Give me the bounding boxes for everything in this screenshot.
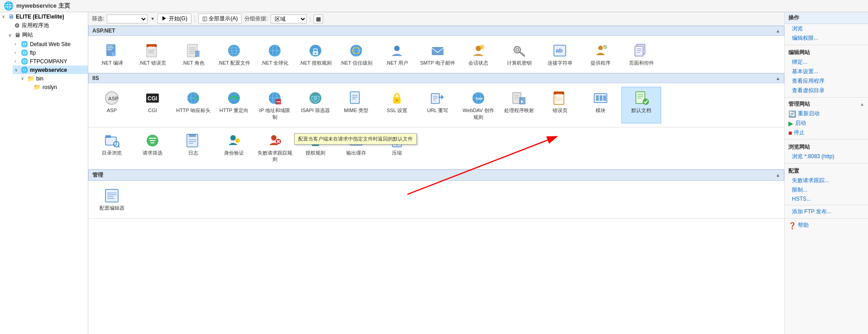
icon-config-editor[interactable]: 配置编辑器 [92,184,132,214]
icon-error-page[interactable]: 404! 错误页 [540,87,580,123]
svg-rect-98 [603,95,606,101]
aspnet-section: ASP.NET ▲ .NET 编译 404 [88,26,784,73]
aspnet-collapse-icon: ▲ [776,28,780,33]
browse-link[interactable]: 浏览 [785,24,868,33]
show-all-button[interactable]: ◫ 全部显示(A) [198,14,242,24]
icon-smtp[interactable]: SMTP 电子邮件 [418,39,458,69]
icon-net-auth[interactable]: .NET 授权规则 [296,39,335,69]
sidebar-apppool-label: 应用程序池 [22,22,49,29]
aspnet-section-label: ASP.NET [92,28,115,34]
svg-line-42 [523,54,524,55]
webdav-label: WebDAV 创作规则 [461,107,496,120]
view-apps-link[interactable]: 查看应用程序 [785,76,868,86]
icon-handler[interactable]: 处理程序映射 [499,87,539,123]
icon-net-role[interactable]: .NET 角色 [173,39,213,69]
compress-label: 压缩 [392,150,402,156]
icon-failed-request[interactable]: 失败请求跟踪规则 [255,129,295,166]
restart-action[interactable]: 🔄 重新启动 [785,109,868,118]
expand-icon: ∨ [2,14,6,19]
svg-text:404: 404 [556,93,562,97]
right-panel-title: 操作 [785,12,868,24]
machinekey-label: 计算机密钥 [507,60,532,66]
browse-8083-link[interactable]: 浏览 *:8083 (http) [785,152,868,161]
icon-machinekey[interactable]: 计算机密钥 [499,39,539,69]
icon-provider[interactable]: 提供程序 [581,39,620,69]
http-response-label: HTTP 响应标头 [176,107,210,113]
icon-cgi[interactable]: CGI CGI [133,87,172,123]
sidebar-item-ftp[interactable]: › 🌐 ftp [13,48,88,57]
svg-line-107 [118,146,119,147]
divider-1 [785,45,868,45]
icon-default-doc[interactable]: 默认文档 [621,87,661,123]
hsts-link[interactable]: HSTS... [785,195,868,203]
start-button[interactable]: ▶ 开始(G) [157,14,191,24]
group-select[interactable]: 区域 [271,14,307,24]
manage-section-header[interactable]: 管理 ▲ [88,169,784,181]
sidebar-item-roslyn[interactable]: 📁 roslyn [25,83,88,91]
sidebar-root[interactable]: ∨ 🖥 ELITE (ELITE\elite) [0,12,88,21]
iis-icon-grid-2: 目录浏览 请求筛选 日志 [88,127,784,170]
stop-action[interactable]: ■ 停止 [785,128,868,137]
icon-log[interactable]: 日志 [173,129,213,166]
sidebar-item-bin[interactable]: ∨ 📁 bin [19,74,88,83]
icon-webdav[interactable]: DAV WebDAV 创作规则 [458,87,498,123]
sidebar-item-defaultwebsite[interactable]: › 🌐 Default Web Site [13,40,88,48]
sidebar-item-ftpcompany[interactable]: › 🌐 FTPCOMPANY [13,57,88,66]
error-page-label: 错误页 [553,107,568,113]
icon-auth2[interactable]: ! 身份验证 [214,129,254,166]
icon-net-config[interactable]: .NET 配置文件 [214,39,254,69]
svg-point-39 [516,48,519,51]
icon-asp[interactable]: ASP ASP [92,87,132,123]
ssl-label: SSL 设置 [386,107,407,113]
icon-url-rewrite[interactable]: URL 重写 [418,87,458,123]
net-config-label: .NET 配置文件 [218,60,250,66]
icon-request-filter[interactable]: 请求筛选 [133,129,172,166]
icon-session[interactable]: i 会话状态 [458,39,498,69]
icon-dir-browse[interactable]: 目录浏览 [92,129,132,166]
separator2: | [310,16,311,22]
icon-net-user[interactable]: .NET 用户 [377,39,417,69]
edit-permissions-link[interactable]: 编辑权限... [785,33,868,43]
icon-http-redirect[interactable]: HTTP 重定向 [214,87,254,123]
icon-net-compile[interactable]: .NET 编译 [92,39,132,69]
icon-ip-domain[interactable]: IP 地址和域限制 [255,87,295,123]
limits-link[interactable]: 限制... [785,185,868,195]
icon-ssl[interactable]: SSL 设置 [377,87,417,123]
filter-select[interactable] [107,14,148,24]
binding-link[interactable]: 绑定... [785,57,868,67]
icon-modules[interactable]: 模块 [581,87,620,123]
icon-mime[interactable]: MIME 类型 [336,87,376,123]
svg-line-41 [522,53,523,54]
svg-rect-48 [635,46,643,56]
icon-net-trust[interactable]: .NET 信任级别 [336,39,376,69]
sidebar-item-apppool[interactable]: ⚙ 应用程序池 [6,21,88,30]
content-area: 筛选: ▼ ▶ 开始(G) | ◫ 全部显示(A) 分组依据: 区域 | ▦ A… [88,12,784,334]
icon-isapi[interactable]: ISAPI 筛选器 [296,87,335,123]
manage-collapse-icon: ▲ [776,173,780,178]
sidebar-bin-label: bin [36,75,43,82]
failed-trace-link[interactable]: 失败请求跟踪... [785,176,868,185]
grid-view-button[interactable]: ▦ [314,14,323,24]
server-icon: 🖥 [8,13,14,20]
icon-net-global[interactable]: .NET 全球化 [255,39,295,69]
start-action[interactable]: ▶ 启动 [785,118,868,128]
iis-section-header[interactable]: IIS ▲ [88,73,784,83]
smtp-icon [429,42,446,59]
icon-connstring[interactable]: ab 连接字符串 [540,39,580,69]
view-vdirs-link[interactable]: 查看虚拟目录 [785,86,868,95]
icon-http-response[interactable]: HTTP 响应标头 [173,87,213,123]
right-section-browse: 浏览 编辑权限... [785,24,868,43]
session-icon: i [470,42,486,59]
failed-request-icon [267,132,283,149]
aspnet-section-header[interactable]: ASP.NET ▲ [88,26,784,36]
manage-collapse[interactable]: ▲ [860,102,864,107]
basic-settings-link[interactable]: 基本设置... [785,67,868,76]
help-action[interactable]: ❓ 帮助 [785,221,868,230]
net-compile-label: .NET 编译 [100,60,123,66]
sidebar-item-mywebservice[interactable]: ∨ 🌐 mywebservice [13,66,88,74]
sidebar-item-sites[interactable]: ∨ 🖥 网站 [6,30,88,40]
ftp-publish-link[interactable]: 添加 FTP 发布... [785,207,868,216]
isapi-icon [307,90,324,106]
icon-net-error[interactable]: 404 .NET 错误页 [133,39,172,69]
icon-pages[interactable]: 页面和控件 [621,39,661,69]
